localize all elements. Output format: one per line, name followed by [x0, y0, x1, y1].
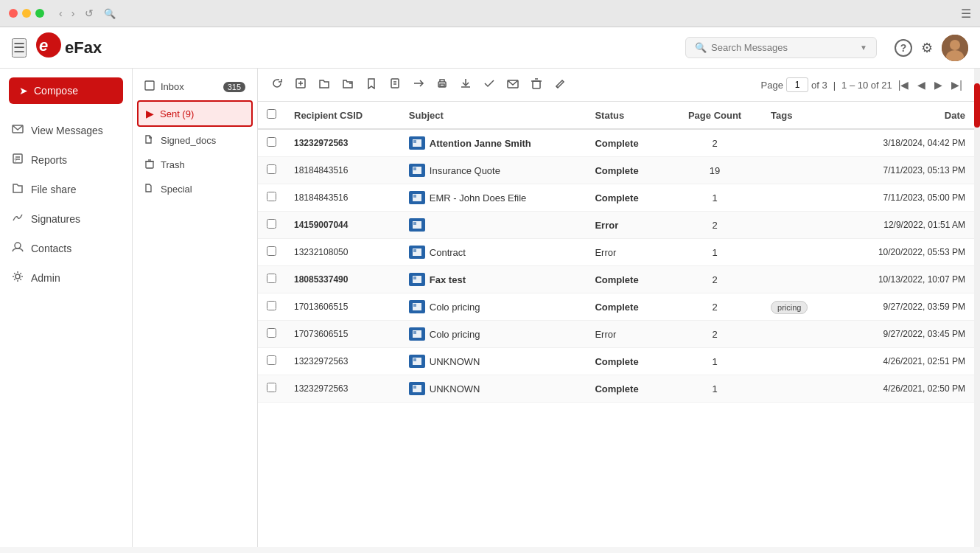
- svg-rect-51: [413, 386, 416, 389]
- row-tags: [762, 348, 835, 375]
- sidebar-item-file-share[interactable]: File share: [0, 175, 132, 204]
- row-checkbox[interactable]: [267, 192, 276, 201]
- close-button[interactable]: [9, 9, 18, 18]
- bookmark-button[interactable]: [361, 74, 382, 95]
- folder-sent[interactable]: ▶ Sent (9): [137, 100, 253, 127]
- subject-text: Insurance Quote: [430, 165, 500, 176]
- folder-button[interactable]: [314, 74, 335, 95]
- sidebar-label-file-share: File share: [31, 184, 76, 195]
- sidebar-item-reports[interactable]: ? Reports: [0, 145, 132, 175]
- row-status: Complete: [586, 184, 668, 212]
- row-date: 12/9/2022, 01:51 AM: [835, 212, 974, 239]
- svg-rect-33: [413, 140, 416, 143]
- fax-table: Recipient CSID Subject Status Page Count: [258, 102, 974, 547]
- row-subject: Attention Janne Smith: [400, 129, 587, 157]
- folder-sent-label: Sent (9): [160, 108, 194, 119]
- minimize-button[interactable]: [22, 9, 31, 18]
- row-page-count: 2: [668, 321, 762, 348]
- settings-button[interactable]: ⚙: [921, 40, 933, 56]
- first-page-button[interactable]: |◀: [895, 77, 912, 92]
- search-input[interactable]: [711, 42, 855, 53]
- folder-signed-docs-label: Signed_docs: [161, 135, 216, 146]
- range-label: 1 – 10 of 21: [841, 80, 892, 91]
- forward-button[interactable]: ›: [69, 6, 78, 21]
- move-button[interactable]: [337, 74, 358, 95]
- prev-page-button[interactable]: ◀: [914, 77, 928, 92]
- svg-rect-37: [413, 195, 416, 198]
- sidebar-item-contacts[interactable]: Contacts: [0, 234, 132, 263]
- search-dropdown-icon[interactable]: ▼: [860, 44, 867, 52]
- right-scrollbar[interactable]: [974, 69, 980, 547]
- logo-text: eFax: [65, 38, 102, 58]
- refresh-button[interactable]: [267, 74, 287, 95]
- maximize-button[interactable]: [35, 9, 44, 18]
- main-content: ➤ Compose View Messages ? Reports Fil: [0, 69, 980, 547]
- back-button[interactable]: ‹: [56, 6, 66, 21]
- select-all-checkbox[interactable]: [267, 109, 276, 119]
- svg-rect-41: [413, 249, 416, 252]
- toolbar: Page of 3 | 1 – 10 of 21 |◀ ◀ ▶ ▶|: [258, 69, 974, 102]
- row-checkbox[interactable]: [267, 274, 276, 283]
- row-recipient: 18085337490: [285, 266, 400, 293]
- row-checkbox-cell: [258, 129, 285, 157]
- last-page-button[interactable]: ▶|: [948, 77, 965, 92]
- table-row: 13232972563 Attention Janne Smith Comple…: [258, 129, 974, 157]
- browser-menu-icon[interactable]: ☰: [961, 7, 971, 21]
- sidebar-label-admin: Admin: [31, 272, 60, 284]
- note-button[interactable]: [385, 74, 405, 95]
- folder-trash-label: Trash: [161, 159, 185, 170]
- fax-list-table: Recipient CSID Subject Status Page Count: [258, 102, 974, 403]
- email-button[interactable]: [503, 74, 523, 95]
- row-recipient: 14159007044: [285, 212, 400, 239]
- row-checkbox[interactable]: [267, 137, 276, 147]
- tag-badge[interactable]: pricing: [771, 301, 808, 314]
- compose-button[interactable]: ➤ Compose: [9, 77, 123, 104]
- page-input[interactable]: [786, 77, 808, 92]
- hamburger-menu[interactable]: ☰: [12, 38, 27, 58]
- folder-trash[interactable]: Trash: [133, 153, 257, 177]
- delete-button[interactable]: [526, 74, 547, 95]
- mark-read-button[interactable]: [479, 74, 500, 95]
- row-subject: Colo pricing: [400, 321, 587, 348]
- forward-button[interactable]: [408, 74, 429, 95]
- row-page-count: 2: [668, 266, 762, 293]
- row-date: 4/26/2021, 02:50 PM: [835, 375, 974, 403]
- print-button[interactable]: [432, 74, 452, 95]
- sidebar-item-view-messages[interactable]: View Messages: [0, 116, 132, 145]
- compose-icon: ➤: [19, 85, 28, 97]
- row-checkbox[interactable]: [267, 219, 276, 229]
- table-row: 18184843516 EMR - John Does Efile Comple…: [258, 184, 974, 212]
- reload-button[interactable]: ↺: [80, 6, 98, 21]
- header-tags: Tags: [762, 102, 835, 129]
- scroll-thumb[interactable]: [974, 83, 980, 128]
- svg-text:e: e: [39, 36, 48, 55]
- row-subject: Colo pricing: [400, 293, 587, 321]
- search-icon: 🔍: [695, 42, 707, 53]
- search-bar[interactable]: 🔍 ▼: [685, 37, 877, 58]
- row-date: 3/18/2024, 04:42 PM: [835, 129, 974, 157]
- row-checkbox[interactable]: [267, 355, 276, 365]
- edit-button[interactable]: [550, 74, 570, 95]
- fax-thumbnail-icon: [409, 246, 425, 259]
- row-checkbox[interactable]: [267, 328, 276, 338]
- row-checkbox[interactable]: [267, 301, 276, 310]
- reports-icon: ?: [12, 153, 24, 167]
- row-checkbox-cell: [258, 212, 285, 239]
- svg-rect-12: [145, 81, 154, 90]
- folder-inbox[interactable]: Inbox 315: [133, 74, 257, 99]
- new-fax-button[interactable]: [290, 74, 311, 95]
- row-checkbox[interactable]: [267, 383, 276, 392]
- download-button[interactable]: [455, 74, 476, 95]
- subject-text: Contract: [430, 247, 466, 258]
- row-checkbox[interactable]: [267, 164, 276, 174]
- help-button[interactable]: ?: [895, 39, 912, 57]
- folder-signed-docs[interactable]: Signed_docs: [133, 128, 257, 153]
- next-page-button[interactable]: ▶: [931, 77, 945, 92]
- sidebar-item-signatures[interactable]: Signatures: [0, 204, 132, 234]
- folder-special[interactable]: Special: [133, 177, 257, 201]
- row-checkbox[interactable]: [267, 246, 276, 256]
- help-icon: ?: [895, 39, 912, 57]
- browser-chrome: ‹ › ↺ 🔍 ☰: [0, 0, 980, 27]
- sidebar-item-admin[interactable]: Admin: [0, 263, 132, 293]
- row-status: Error: [586, 212, 668, 239]
